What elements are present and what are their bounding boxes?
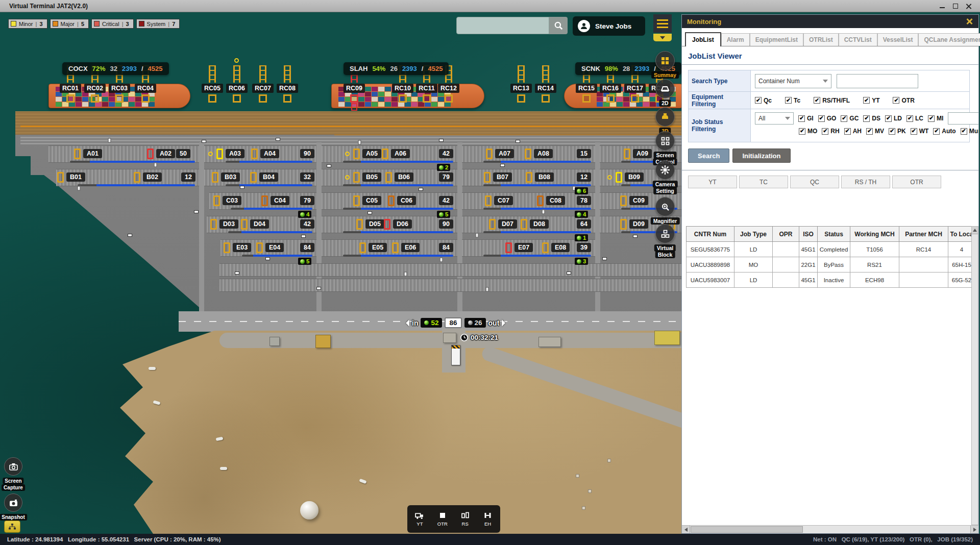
checkbox-rh[interactable]: RH <box>822 128 839 135</box>
alert-badge-major[interactable]: Major|5 <box>50 19 89 29</box>
column-header-partner-mch[interactable]: Partner MCH <box>899 227 948 242</box>
scroll-right-icon[interactable] <box>970 526 978 533</box>
search-button[interactable]: Search <box>688 148 729 163</box>
map-mode-button-yt[interactable]: YT <box>409 507 430 531</box>
yard-block-label[interactable]: A05 <box>362 149 381 158</box>
yard-block-label[interactable]: B09 <box>625 172 644 182</box>
search-term-input[interactable] <box>837 74 918 88</box>
tool-2d[interactable] <box>655 79 675 98</box>
tool-camera-setting[interactable] <box>655 160 675 180</box>
quay-crane-rc13[interactable]: RC13 <box>514 65 528 103</box>
map-mode-button-rs[interactable]: RS <box>455 507 475 531</box>
tab-otrlist[interactable]: OTRList <box>803 33 839 46</box>
yard-block-label[interactable]: E06 <box>401 243 420 252</box>
yard-crane-icon[interactable] <box>384 219 390 230</box>
yard-block-label[interactable]: C09 <box>629 196 648 205</box>
yard-crane-icon[interactable] <box>261 195 268 206</box>
checkbox-wt[interactable]: WT <box>911 128 929 135</box>
yard-crane-icon[interactable] <box>241 219 248 230</box>
checkbox-rs-th-fl[interactable]: RS/TH/FL <box>814 97 850 104</box>
close-window-icon[interactable] <box>966 3 972 9</box>
table-row[interactable]: UACU5983007LD45G1InactiveECH9865G-52 <box>687 272 975 288</box>
column-header-iso[interactable]: ISO <box>799 227 818 242</box>
scroll-left-icon[interactable] <box>682 526 690 533</box>
yard-crane-icon[interactable] <box>485 195 492 206</box>
yard-crane-icon[interactable] <box>212 172 218 183</box>
subtab-otr[interactable]: OTR <box>892 176 941 188</box>
yard-block-label[interactable]: E03 <box>233 243 251 252</box>
column-header-status[interactable]: Status <box>818 227 850 242</box>
checkbox-mo[interactable]: MO <box>799 128 817 135</box>
yard-crane-icon[interactable] <box>620 195 627 206</box>
subtab-yt[interactable]: YT <box>688 176 737 188</box>
tool-summay[interactable] <box>655 51 675 70</box>
job-status-extra-input[interactable] <box>948 112 978 125</box>
table-row[interactable]: UACU3889898MO22G1ByPassRS2165H-15 <box>687 257 975 272</box>
yard-crane-icon[interactable] <box>134 172 140 183</box>
yard-block-label[interactable]: E07 <box>514 243 533 252</box>
yard-crane-icon[interactable] <box>620 219 627 230</box>
checkbox-ds[interactable]: DS <box>863 115 880 122</box>
checkbox-yt[interactable]: YT <box>863 97 879 104</box>
checkbox-auto[interactable]: Auto <box>933 128 955 135</box>
yard-block-label[interactable]: B06 <box>395 172 413 182</box>
scroll-up-icon[interactable] <box>972 227 978 234</box>
search-button[interactable] <box>549 17 568 34</box>
job-status-select[interactable]: All <box>755 112 794 125</box>
tab-alarm[interactable]: Alarm <box>721 33 750 46</box>
yard-block-label[interactable]: C05 <box>362 196 381 205</box>
quay-crane-rc08[interactable]: RC08 <box>281 65 294 103</box>
yard-crane-icon[interactable] <box>250 172 257 183</box>
yard-crane-icon[interactable] <box>505 242 512 253</box>
yard-block-label[interactable]: A08 <box>534 149 553 158</box>
vessel-status-chip-cocx[interactable]: COCX72%322393/4525 <box>62 62 169 75</box>
table-row[interactable]: SEGU5836775LD45G1CompletedT1056RC144 <box>687 242 975 257</box>
yard-block-label[interactable]: D04 <box>250 219 269 229</box>
yard-crane-icon[interactable] <box>616 172 622 183</box>
yard-crane-icon[interactable] <box>356 219 363 230</box>
yard-block-label[interactable]: D05 <box>365 219 384 229</box>
checkbox-ah[interactable]: AH <box>844 128 862 135</box>
column-header-working-mch[interactable]: Working MCH <box>850 227 899 242</box>
vertical-scrollbar[interactable] <box>971 226 978 525</box>
menu-collapse-chevron-icon[interactable] <box>653 34 672 41</box>
yard-crane-icon[interactable] <box>486 148 493 159</box>
yard-crane-icon[interactable] <box>525 148 531 159</box>
yard-crane-icon[interactable] <box>57 172 64 183</box>
yard-block-label[interactable]: C08 <box>546 196 565 205</box>
yard-block-label[interactable]: A06 <box>391 149 410 158</box>
yard-crane-icon[interactable] <box>521 219 527 230</box>
scrollbar-thumb[interactable] <box>691 526 803 533</box>
tab-qclane-assignment[interactable]: QCLane Assignment <box>918 33 980 46</box>
user-menu[interactable]: Steve Jobs <box>573 16 645 36</box>
yard-crane-icon[interactable] <box>147 148 154 159</box>
yard-block-label[interactable]: D08 <box>530 219 549 229</box>
checkbox-mv[interactable]: MV <box>866 128 884 135</box>
yard-crane-icon[interactable] <box>210 219 217 230</box>
yard-block-label[interactable]: A07 <box>495 149 514 158</box>
tab-vessellist[interactable]: VesselList <box>877 33 919 46</box>
checkbox-otr[interactable]: OTR <box>893 97 914 104</box>
checkbox-go[interactable]: GO <box>818 115 837 122</box>
yard-crane-icon[interactable] <box>353 195 360 206</box>
map-mode-button-eh[interactable]: EH <box>478 507 498 531</box>
subtab-rs-th[interactable]: RS / TH <box>841 176 890 188</box>
checkbox-gc[interactable]: GC <box>841 115 859 122</box>
tab-equipmentlist[interactable]: EquipmentList <box>750 33 803 46</box>
yard-block-label[interactable]: D06 <box>393 219 412 229</box>
yard-block-label[interactable]: B04 <box>259 172 278 182</box>
yard-block-label[interactable]: E04 <box>265 243 284 252</box>
panel-close-icon[interactable] <box>965 17 973 26</box>
tool-magnifier[interactable] <box>655 197 675 216</box>
yard-crane-icon[interactable] <box>537 195 544 206</box>
subtab-tc[interactable]: TC <box>739 176 788 188</box>
tool-snapshot[interactable] <box>4 493 22 512</box>
yard-crane-icon[interactable] <box>251 148 258 159</box>
alert-badge-system[interactable]: System|7 <box>136 19 180 29</box>
yard-crane-icon[interactable] <box>382 148 388 159</box>
quay-crane-rc05[interactable]: RC05 <box>206 65 219 103</box>
search-type-select[interactable]: Container Num <box>755 74 831 88</box>
yard-crane-icon[interactable] <box>216 148 223 159</box>
map-mode-button-otr[interactable]: OTR <box>432 507 453 531</box>
yard-block-label[interactable]: B03 <box>221 172 240 182</box>
